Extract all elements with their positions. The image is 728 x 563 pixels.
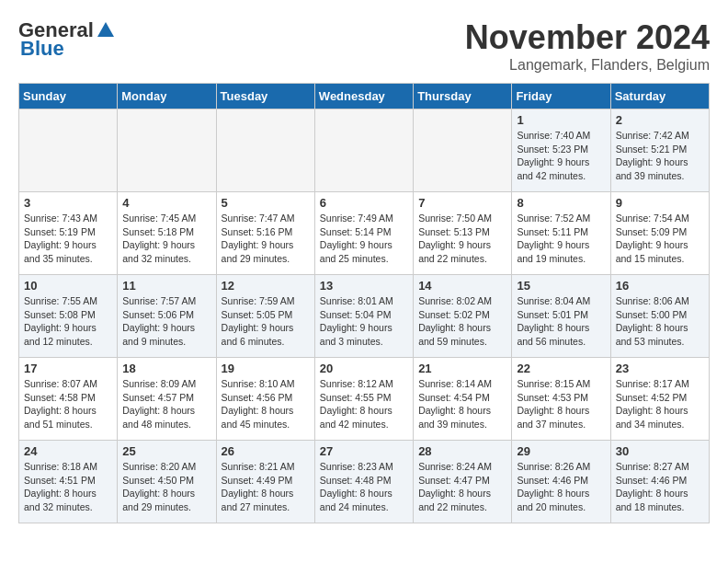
calendar-week-row: 1Sunrise: 7:40 AM Sunset: 5:23 PM Daylig… bbox=[19, 109, 710, 192]
day-number: 12 bbox=[222, 279, 310, 293]
calendar-cell: 7Sunrise: 7:50 AM Sunset: 5:13 PM Daylig… bbox=[414, 192, 512, 275]
calendar-cell: 9Sunrise: 7:54 AM Sunset: 5:09 PM Daylig… bbox=[610, 192, 709, 275]
day-info: Sunrise: 8:17 AM Sunset: 4:52 PM Dayligh… bbox=[616, 377, 704, 431]
day-number: 6 bbox=[320, 196, 408, 210]
logo: General Blue bbox=[18, 18, 116, 61]
calendar-cell: 15Sunrise: 8:04 AM Sunset: 5:01 PM Dayli… bbox=[512, 275, 610, 358]
day-info: Sunrise: 8:02 AM Sunset: 5:02 PM Dayligh… bbox=[418, 294, 506, 349]
day-info: Sunrise: 7:52 AM Sunset: 5:11 PM Dayligh… bbox=[517, 212, 605, 266]
day-number: 20 bbox=[320, 362, 408, 375]
logo-blue: Blue bbox=[20, 37, 64, 61]
day-info: Sunrise: 7:57 AM Sunset: 5:06 PM Dayligh… bbox=[122, 294, 210, 349]
day-info: Sunrise: 8:12 AM Sunset: 4:55 PM Dayligh… bbox=[320, 377, 408, 431]
calendar-cell: 17Sunrise: 8:07 AM Sunset: 4:58 PM Dayli… bbox=[19, 358, 118, 441]
day-info: Sunrise: 7:59 AM Sunset: 5:05 PM Dayligh… bbox=[222, 294, 310, 349]
day-number: 2 bbox=[616, 113, 704, 127]
day-info: Sunrise: 7:54 AM Sunset: 5:09 PM Dayligh… bbox=[616, 212, 704, 266]
day-info: Sunrise: 8:10 AM Sunset: 4:56 PM Dayligh… bbox=[222, 377, 310, 431]
day-number: 3 bbox=[24, 196, 112, 210]
day-info: Sunrise: 8:04 AM Sunset: 5:01 PM Dayligh… bbox=[517, 294, 605, 349]
day-info: Sunrise: 7:49 AM Sunset: 5:14 PM Dayligh… bbox=[320, 212, 408, 266]
day-number: 15 bbox=[517, 279, 605, 293]
calendar-cell: 29Sunrise: 8:26 AM Sunset: 4:46 PM Dayli… bbox=[512, 441, 610, 523]
day-info: Sunrise: 7:43 AM Sunset: 5:19 PM Dayligh… bbox=[24, 212, 112, 266]
day-info: Sunrise: 7:55 AM Sunset: 5:08 PM Dayligh… bbox=[24, 294, 112, 349]
day-info: Sunrise: 8:07 AM Sunset: 4:58 PM Dayligh… bbox=[24, 377, 112, 431]
calendar-cell: 21Sunrise: 8:14 AM Sunset: 4:54 PM Dayli… bbox=[414, 358, 512, 441]
day-info: Sunrise: 7:47 AM Sunset: 5:16 PM Dayligh… bbox=[222, 212, 310, 266]
day-info: Sunrise: 8:09 AM Sunset: 4:57 PM Dayligh… bbox=[122, 377, 210, 431]
day-number: 11 bbox=[122, 279, 210, 293]
calendar-week-row: 3Sunrise: 7:43 AM Sunset: 5:19 PM Daylig… bbox=[19, 192, 710, 275]
calendar-week-row: 24Sunrise: 8:18 AM Sunset: 4:51 PM Dayli… bbox=[19, 441, 710, 523]
calendar-cell: 5Sunrise: 7:47 AM Sunset: 5:16 PM Daylig… bbox=[216, 192, 314, 275]
weekday-header: Saturday bbox=[610, 84, 709, 109]
calendar-cell: 3Sunrise: 7:43 AM Sunset: 5:19 PM Daylig… bbox=[19, 192, 118, 275]
calendar-cell bbox=[414, 109, 512, 192]
weekday-header: Wednesday bbox=[314, 84, 413, 109]
calendar-cell: 30Sunrise: 8:27 AM Sunset: 4:46 PM Dayli… bbox=[610, 441, 709, 523]
header: General Blue November 2024 Langemark, Fl… bbox=[18, 18, 710, 74]
calendar-cell: 24Sunrise: 8:18 AM Sunset: 4:51 PM Dayli… bbox=[19, 441, 118, 523]
day-info: Sunrise: 8:24 AM Sunset: 4:47 PM Dayligh… bbox=[418, 460, 506, 514]
calendar-cell bbox=[314, 109, 413, 192]
day-number: 21 bbox=[418, 362, 506, 375]
month-title: November 2024 bbox=[465, 18, 710, 57]
day-number: 28 bbox=[418, 444, 506, 458]
calendar-cell bbox=[118, 109, 216, 192]
calendar-week-row: 10Sunrise: 7:55 AM Sunset: 5:08 PM Dayli… bbox=[19, 275, 710, 358]
calendar-cell: 10Sunrise: 7:55 AM Sunset: 5:08 PM Dayli… bbox=[19, 275, 118, 358]
day-number: 7 bbox=[418, 196, 506, 210]
calendar-cell: 4Sunrise: 7:45 AM Sunset: 5:18 PM Daylig… bbox=[118, 192, 216, 275]
day-number: 26 bbox=[222, 444, 310, 458]
calendar-cell: 22Sunrise: 8:15 AM Sunset: 4:53 PM Dayli… bbox=[512, 358, 610, 441]
calendar-cell bbox=[216, 109, 314, 192]
calendar-cell: 28Sunrise: 8:24 AM Sunset: 4:47 PM Dayli… bbox=[414, 441, 512, 523]
calendar-cell: 27Sunrise: 8:23 AM Sunset: 4:48 PM Dayli… bbox=[314, 441, 413, 523]
day-number: 16 bbox=[616, 279, 704, 293]
calendar-cell: 26Sunrise: 8:21 AM Sunset: 4:49 PM Dayli… bbox=[216, 441, 314, 523]
day-info: Sunrise: 8:01 AM Sunset: 5:04 PM Dayligh… bbox=[320, 294, 408, 349]
calendar-cell: 12Sunrise: 7:59 AM Sunset: 5:05 PM Dayli… bbox=[216, 275, 314, 358]
day-info: Sunrise: 8:26 AM Sunset: 4:46 PM Dayligh… bbox=[517, 460, 605, 514]
day-number: 27 bbox=[320, 444, 408, 458]
day-info: Sunrise: 7:42 AM Sunset: 5:21 PM Dayligh… bbox=[616, 129, 704, 183]
calendar-cell: 13Sunrise: 8:01 AM Sunset: 5:04 PM Dayli… bbox=[314, 275, 413, 358]
day-number: 29 bbox=[517, 444, 605, 458]
day-number: 23 bbox=[616, 362, 704, 375]
weekday-header: Friday bbox=[512, 84, 610, 109]
calendar-cell: 20Sunrise: 8:12 AM Sunset: 4:55 PM Dayli… bbox=[314, 358, 413, 441]
calendar-cell: 25Sunrise: 8:20 AM Sunset: 4:50 PM Dayli… bbox=[118, 441, 216, 523]
calendar-cell: 6Sunrise: 7:49 AM Sunset: 5:14 PM Daylig… bbox=[314, 192, 413, 275]
day-number: 4 bbox=[122, 196, 210, 210]
day-number: 10 bbox=[24, 279, 112, 293]
calendar-cell bbox=[19, 109, 118, 192]
day-number: 14 bbox=[418, 279, 506, 293]
day-number: 25 bbox=[122, 444, 210, 458]
day-number: 9 bbox=[616, 196, 704, 210]
calendar-table: SundayMondayTuesdayWednesdayThursdayFrid… bbox=[18, 83, 710, 523]
day-info: Sunrise: 8:27 AM Sunset: 4:46 PM Dayligh… bbox=[616, 460, 704, 514]
calendar-cell: 18Sunrise: 8:09 AM Sunset: 4:57 PM Dayli… bbox=[118, 358, 216, 441]
day-info: Sunrise: 7:50 AM Sunset: 5:13 PM Dayligh… bbox=[418, 212, 506, 266]
day-info: Sunrise: 8:14 AM Sunset: 4:54 PM Dayligh… bbox=[418, 377, 506, 431]
day-info: Sunrise: 8:20 AM Sunset: 4:50 PM Dayligh… bbox=[122, 460, 210, 514]
day-number: 24 bbox=[24, 444, 112, 458]
weekday-header-row: SundayMondayTuesdayWednesdayThursdayFrid… bbox=[19, 84, 710, 109]
logo-icon bbox=[96, 20, 116, 40]
calendar-cell: 2Sunrise: 7:42 AM Sunset: 5:21 PM Daylig… bbox=[610, 109, 709, 192]
day-number: 19 bbox=[222, 362, 310, 375]
calendar-cell: 23Sunrise: 8:17 AM Sunset: 4:52 PM Dayli… bbox=[610, 358, 709, 441]
title-area: November 2024 Langemark, Flanders, Belgi… bbox=[465, 18, 710, 74]
day-info: Sunrise: 8:18 AM Sunset: 4:51 PM Dayligh… bbox=[24, 460, 112, 514]
day-number: 22 bbox=[517, 362, 605, 375]
weekday-header: Sunday bbox=[19, 84, 118, 109]
location-title: Langemark, Flanders, Belgium bbox=[465, 57, 710, 74]
calendar-cell: 16Sunrise: 8:06 AM Sunset: 5:00 PM Dayli… bbox=[610, 275, 709, 358]
day-number: 30 bbox=[616, 444, 704, 458]
calendar-cell: 19Sunrise: 8:10 AM Sunset: 4:56 PM Dayli… bbox=[216, 358, 314, 441]
day-info: Sunrise: 7:45 AM Sunset: 5:18 PM Dayligh… bbox=[122, 212, 210, 266]
calendar-week-row: 17Sunrise: 8:07 AM Sunset: 4:58 PM Dayli… bbox=[19, 358, 710, 441]
calendar-cell: 1Sunrise: 7:40 AM Sunset: 5:23 PM Daylig… bbox=[512, 109, 610, 192]
calendar-cell: 8Sunrise: 7:52 AM Sunset: 5:11 PM Daylig… bbox=[512, 192, 610, 275]
